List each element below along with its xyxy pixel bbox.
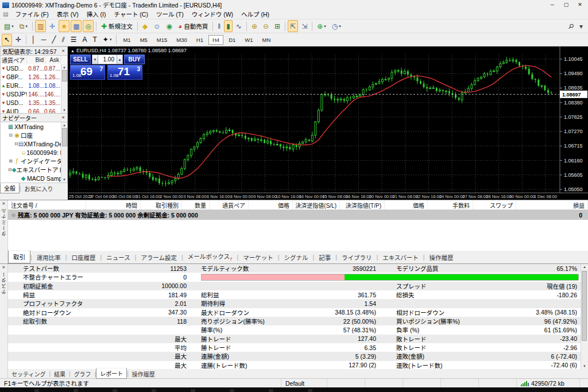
tree-item-platform[interactable]: ▦XMTrading [1, 122, 67, 131]
chart-canvas[interactable]: 1.100451.094901.089351.083801.078251.072… [68, 46, 588, 200]
chart-bars-button[interactable]: ‖ [215, 20, 223, 32]
symbol-row[interactable]: ▼USD...1.35...1.35... [1, 99, 67, 107]
order-column-1[interactable]: 注文番号 / [8, 200, 86, 209]
column-header-3[interactable]: Ask [45, 56, 61, 64]
cursor-button[interactable]: ↖ [2, 34, 12, 46]
navigator-close-icon[interactable]: ✕ [61, 115, 65, 120]
tree-minus-icon[interactable]: ⊟ [8, 167, 12, 172]
menu-item-1[interactable]: ファイル (F) [11, 11, 52, 18]
volume-decrease-icon[interactable]: ▼ [92, 55, 98, 64]
menu-item-7[interactable]: ヘルプ (H) [237, 11, 273, 18]
volume-input[interactable]: 1.00 [98, 55, 117, 64]
terminal-tab-8[interactable]: シグナル [279, 251, 312, 263]
terminal-close-icon[interactable]: ✕ [2, 200, 6, 207]
tree-minus-icon[interactable]: ⊟ [14, 141, 18, 146]
indicators-button[interactable]: ⊕▾ [315, 20, 328, 32]
scroll-down-icon[interactable]: ▼ [581, 363, 588, 369]
symbol-row[interactable]: ▼USD...0.87...0.87... [1, 64, 67, 73]
taskbar-icon[interactable] [230, 389, 234, 392]
tree-plus-icon[interactable]: ⊞ [8, 158, 13, 164]
buy-button[interactable]: BUY [124, 55, 145, 64]
timeframe-m1-button[interactable]: M1 [119, 35, 134, 45]
more-button[interactable]: ▾ [577, 20, 585, 32]
text-button[interactable]: A [80, 34, 90, 46]
tester-scrollbar[interactable]: ▲▼ [581, 264, 588, 369]
terminal-tab-10[interactable]: ライブラリ [337, 251, 377, 263]
terminal-tab-5[interactable]: アラーム設定 [136, 251, 181, 263]
shapes-button[interactable]: ✦▾ [100, 34, 114, 46]
order-column-3[interactable]: 取引種別 [141, 200, 182, 209]
taskbar-icon[interactable] [269, 389, 273, 392]
taskbar-icon[interactable] [74, 389, 78, 392]
chart-shift-button[interactable]: ⇲ [299, 20, 310, 32]
zoom-out-button[interactable]: ⊖ [261, 20, 271, 32]
fibonacci-button[interactable]: ☰ [68, 34, 79, 46]
sell-price-panel[interactable]: 1.08697 [70, 65, 105, 80]
new-order-button[interactable]: ✚新規注文 [99, 20, 135, 32]
taskbar-icon[interactable] [34, 389, 39, 392]
symbol-row[interactable]: ▼USDJPY146....146.... [1, 90, 67, 99]
taskbar-icon[interactable] [152, 389, 156, 392]
navigator-scrollbar-track[interactable] [61, 128, 67, 177]
tester-tab-3[interactable]: グラフ [71, 369, 95, 379]
order-column-5[interactable]: 通貨ペア [210, 200, 249, 209]
sell-button[interactable]: SELL [70, 55, 91, 64]
navigator-scrollbar[interactable]: ▲▼ [61, 122, 67, 183]
terminal-tab-12[interactable]: 操作履歴 [425, 251, 458, 263]
order-column-4[interactable]: 数量 [182, 200, 210, 209]
navigator-tab-1[interactable]: 全般 [0, 183, 20, 193]
search-button[interactable]: ⚲ [566, 20, 576, 32]
menu-item-6[interactable]: ウィンドウ (W) [188, 11, 237, 18]
scroll-down-icon[interactable]: ▼ [61, 107, 67, 113]
terminal-tab-7[interactable]: マーケット [238, 251, 278, 263]
terminal-tab-9[interactable]: 記事 [314, 251, 335, 263]
timeframe-d1-button[interactable]: D1 [225, 35, 239, 45]
tester-tab-1[interactable]: セッティング [8, 369, 49, 379]
tree-item-server[interactable]: ⊟▤XMTrading-Demo [1, 139, 67, 148]
navigator-button[interactable]: ★ [59, 20, 69, 32]
data-window-button[interactable]: ✛ [47, 20, 57, 32]
strategy-tester-button[interactable]: ◎ [83, 20, 93, 32]
chart-candles-button[interactable]: ▮ [224, 20, 233, 32]
periods-button[interactable]: ◷▾ [330, 20, 343, 32]
menu-item-3[interactable]: 挿入 (I) [83, 11, 110, 18]
minimize-icon[interactable]: ─ [546, 1, 559, 9]
taskbar-icon[interactable] [113, 389, 117, 392]
terminal-tab-1[interactable]: 取引 [8, 250, 30, 263]
metaeditor-button[interactable]: ◆ [140, 20, 150, 32]
profile-selector[interactable]: Default [281, 379, 327, 387]
tree-item-expert[interactable]: ◆MACD Sample [1, 174, 67, 183]
volume-increase-icon[interactable]: ▲ [117, 55, 123, 64]
chart-line-button[interactable]: ∿ [234, 20, 244, 32]
tree-item-account[interactable]: ☺160009949: De... [1, 148, 67, 157]
timeframe-mn-button[interactable]: MN [258, 35, 275, 45]
buy-price-panel[interactable]: 1.08713 [107, 65, 142, 80]
tester-tab-2[interactable]: 結果 [51, 369, 69, 379]
order-column-11[interactable]: スワップ [473, 200, 516, 209]
terminal-tab-11[interactable]: エキスパート [378, 251, 423, 263]
symbol-row[interactable]: ▼GBP...1.26...1.26... [1, 73, 67, 81]
tester-scroll-track[interactable] [581, 270, 588, 363]
maximize-icon[interactable]: ▢ [559, 1, 573, 9]
order-column-9[interactable]: 価格 [385, 200, 428, 209]
order-column-2[interactable]: 時間 [86, 200, 141, 209]
zoom-in-button[interactable]: ⊕ [249, 20, 260, 32]
timeframe-h1-button[interactable]: H1 [192, 35, 207, 45]
mql5-community-button[interactable]: ☺ [151, 20, 163, 32]
tree-item-indicator[interactable]: ⊞ƒインディケータ [1, 157, 67, 165]
order-column-8[interactable]: 決済指値(T/P) [340, 200, 385, 209]
column-header-2[interactable]: Bid [27, 56, 45, 64]
timeframe-m5-button[interactable]: M5 [136, 35, 152, 45]
auto-scroll-button[interactable]: ⇱ [288, 20, 298, 32]
order-column-7[interactable]: 決済逆指値(S/L) [293, 200, 340, 209]
tree-item-accounts[interactable]: ⊟◉口座 [1, 131, 67, 139]
taskbar-icon[interactable] [191, 389, 195, 392]
timeframe-w1-button[interactable]: W1 [241, 35, 257, 45]
price-chart[interactable]: 1.100451.094901.089351.083801.078251.072… [68, 46, 588, 200]
profiles-button[interactable]: ⧉▾ [17, 20, 30, 32]
scroll-up-icon[interactable]: ▲ [61, 122, 67, 128]
order-column-12[interactable]: 損益 [516, 200, 588, 209]
terminal-tab-3[interactable]: 口座履歴 [67, 251, 100, 263]
chart-window[interactable]: 1.100451.094901.089351.083801.078251.072… [68, 46, 588, 200]
new-chart-button[interactable]: ▤▾ [2, 20, 16, 32]
